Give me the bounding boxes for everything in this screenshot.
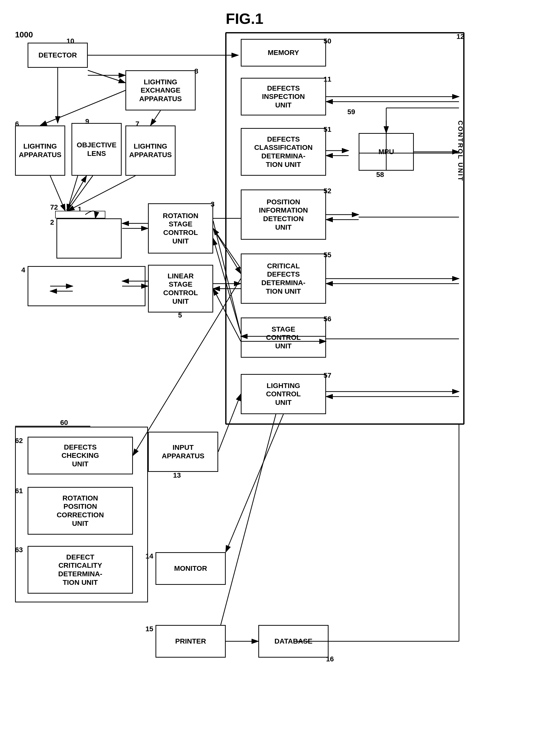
detector-label: DETECTOR	[38, 51, 77, 59]
stage-num-2: 2	[50, 218, 54, 226]
defects-checking-num: 62	[15, 437, 23, 445]
defect-criticality-label: DEFECT CRITICALITY DETERMINA- TION UNIT	[58, 553, 102, 587]
stage-control-box: STAGE CONTROL UNIT	[241, 318, 326, 358]
lighting-control-label: LIGHTING CONTROL UNIT	[266, 382, 301, 407]
control-box-num: 12	[456, 33, 464, 41]
memory-label: MEMORY	[268, 48, 299, 57]
rotation-position-num: 61	[15, 487, 23, 495]
lighting-apparatus-left-box: LIGHTING APPARATUS	[15, 125, 65, 176]
input-apparatus-label: INPUT APPARATUS	[162, 443, 205, 460]
fig-title: FIG.1	[226, 10, 264, 27]
position-information-num: 52	[323, 187, 331, 195]
defects-classification-label: DEFECTS CLASSIFICATION DETERMINA- TION U…	[254, 135, 313, 169]
svg-line-6	[40, 90, 125, 125]
position-information-box: POSITION INFORMATION DETECTION UNIT	[241, 190, 326, 240]
stage-platform-4	[28, 266, 146, 306]
rotation-stage-num: 3	[211, 200, 215, 208]
memory-num: 50	[323, 37, 331, 45]
defects-classification-box: DEFECTS CLASSIFICATION DETERMINA- TION U…	[241, 128, 326, 176]
mpu-box: MPU	[359, 133, 414, 171]
rotation-position-label: ROTATION POSITION CORRECTION UNIT	[57, 494, 104, 528]
database-num: 16	[326, 655, 334, 663]
memory-box: MEMORY	[241, 39, 326, 67]
stage-control-num: 56	[323, 315, 331, 323]
wafer-rect	[55, 211, 105, 218]
lighting-apparatus-left-num: 6	[15, 120, 19, 128]
printer-box: PRINTER	[156, 625, 226, 658]
lighting-control-num: 57	[323, 371, 331, 380]
mpu-label: MPU	[378, 148, 394, 156]
monitor-label: MONITOR	[174, 564, 207, 573]
mpu-num: 58	[376, 171, 384, 179]
svg-line-9	[67, 176, 78, 211]
rotation-position-box: ROTATION POSITION CORRECTION UNIT	[28, 487, 133, 535]
monitor-num: 14	[146, 552, 153, 560]
critical-defects-num: 55	[323, 251, 331, 259]
svg-line-13	[67, 176, 87, 210]
lighting-exchange-num: 8	[194, 67, 199, 75]
critical-defects-label: CRITICAL DEFECTS DETERMINA- TION UNIT	[261, 262, 305, 295]
lighting-exchange-label: LIGHTING EXCHANGE APPARATUS	[139, 78, 182, 103]
defects-inspection-box: DEFECTS INSPECTION UNIT	[241, 78, 326, 115]
wafer-num-72: 72	[50, 203, 58, 211]
control-unit-label: CONTROL UNIT	[456, 120, 464, 182]
system-number: 1000	[15, 30, 33, 39]
database-box: DATABASE	[258, 625, 328, 658]
lighting-apparatus-left-label: LIGHTING APPARATUS	[19, 142, 61, 159]
lighting-apparatus-right-label: LIGHTING APPARATUS	[129, 142, 172, 159]
objective-lens-box: OBJECTIVE LENS	[72, 123, 122, 176]
defects-classification-num: 51	[323, 125, 331, 134]
svg-line-46	[221, 414, 276, 625]
defects-checking-box: DEFECTS CHECKING UNIT	[28, 437, 133, 474]
mpu-line-num: 59	[347, 108, 355, 116]
rotation-stage-box: ROTATION STAGE CONTROL UNIT	[148, 203, 213, 254]
lighting-apparatus-right-num: 7	[136, 120, 140, 128]
linear-stage-label: LINEAR STAGE CONTROL UNIT	[163, 272, 198, 305]
critical-defects-box: CRITICAL DEFECTS DETERMINA- TION UNIT	[241, 254, 326, 304]
defect-criticality-box: DEFECT CRITICALITY DETERMINA- TION UNIT	[28, 546, 133, 594]
defect-criticality-num: 63	[15, 546, 23, 554]
defects-checking-label: DEFECTS CHECKING UNIT	[61, 443, 99, 468]
position-information-label: POSITION INFORMATION DETECTION UNIT	[259, 198, 308, 231]
lighting-control-box: LIGHTING CONTROL UNIT	[241, 374, 326, 414]
svg-line-8	[88, 70, 125, 83]
svg-line-45	[226, 414, 283, 552]
svg-line-7	[151, 110, 161, 125]
database-label: DATABASE	[274, 637, 312, 646]
input-apparatus-box: INPUT APPARATUS	[148, 432, 218, 472]
objective-lens-label: OBJECTIVE LENS	[77, 141, 117, 158]
detector-box: DETECTOR	[28, 43, 88, 68]
stage-platform-2	[56, 218, 122, 259]
rotation-stage-label: ROTATION STAGE CONTROL UNIT	[163, 212, 199, 245]
subsystem-num: 60	[60, 419, 68, 427]
monitor-box: MONITOR	[156, 552, 226, 585]
defects-inspection-label: DEFECTS INSPECTION UNIT	[262, 84, 305, 109]
printer-num: 15	[146, 625, 153, 633]
stage-num-4: 4	[21, 266, 25, 274]
linear-stage-box: LINEAR STAGE CONTROL UNIT	[148, 265, 213, 312]
detector-num: 10	[67, 37, 74, 45]
lighting-apparatus-right-box: LIGHTING APPARATUS	[125, 125, 176, 176]
stage-control-label: STAGE CONTROL UNIT	[266, 325, 301, 350]
input-apparatus-num: 13	[173, 471, 181, 479]
objective-lens-num: 9	[85, 117, 89, 125]
defects-inspection-num: 11	[323, 75, 331, 83]
lighting-exchange-box: LIGHTING EXCHANGE APPARATUS	[125, 70, 196, 110]
printer-label: PRINTER	[175, 637, 206, 646]
linear-stage-num: 5	[178, 311, 182, 319]
